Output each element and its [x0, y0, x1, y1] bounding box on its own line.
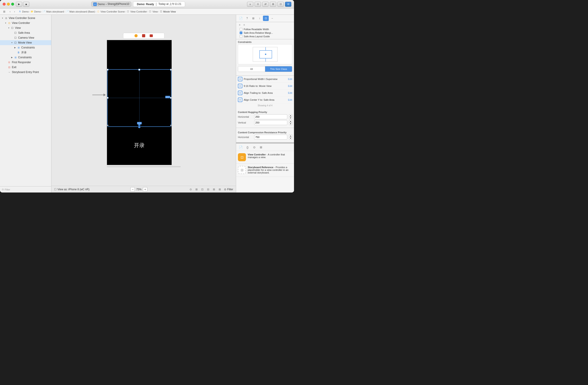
view-as-icon: ☐ [54, 188, 57, 191]
plus-btn-1[interactable]: + [238, 23, 241, 27]
canvas-filter-label[interactable]: Filter [227, 188, 233, 191]
entry-point-label: Storyboard Entry Point [12, 71, 39, 74]
safe-area-margins-checkbox[interactable] [240, 32, 242, 34]
tree-vc[interactable]: ▾ ⊡ View Controller [0, 20, 51, 25]
breadcrumb-vc-scene[interactable]: ⬡ View Controller Scene [97, 10, 125, 13]
bottom-tab-file[interactable]: 📄 [238, 144, 244, 150]
hugging-h-select[interactable]: 250 [254, 114, 287, 119]
tree-camera-view[interactable]: ☐ Camera View [0, 35, 51, 40]
constraint-edit-1[interactable]: Edit [288, 78, 292, 80]
follow-readable-label: Follow Readable Width [244, 28, 269, 31]
grid-button[interactable]: ⊞ [2, 9, 7, 14]
tree-constraints-movie[interactable]: ▶ ⊞ Constraints [0, 45, 51, 50]
movie-view-selection[interactable]: 16:9 9:16 [107, 69, 171, 126]
canvas-content[interactable]: 16:9 9:16 开录 [51, 15, 236, 186]
scheme-name: Demo [98, 3, 105, 6]
tree-exit[interactable]: ⊡ Exit [0, 65, 51, 70]
tree-constraints-view[interactable]: ▶ ⊞ Constraints [0, 55, 51, 60]
constraint-edit-4[interactable]: Edit [288, 98, 292, 101]
canvas-icon-6[interactable]: ⊞ [217, 187, 222, 192]
canvas-icon-5[interactable]: ⊞ [211, 187, 216, 192]
hugging-h-label: Horizontal [238, 116, 252, 118]
nav-forward[interactable]: › [13, 10, 17, 14]
breadcrumb-main-storyboard[interactable]: 📄 Main.storyboard [42, 10, 64, 13]
constraint-edit-3[interactable]: Edit [288, 92, 292, 94]
scheme-selector[interactable]: A Demo › Sheng的iPhone10 [91, 1, 131, 7]
canvas-icon-3[interactable]: ⊡ [200, 187, 205, 192]
constraint-tab-size-class[interactable]: This Size Class [265, 66, 292, 72]
horizontal-scrollbar[interactable] [107, 166, 181, 167]
plus-btn-2[interactable]: + [242, 23, 246, 27]
bottom-tab-grid[interactable]: ⊞ [258, 144, 264, 150]
connections-tab[interactable]: → [269, 16, 275, 21]
tree-safe-area[interactable]: ☐ Safe Area [0, 30, 51, 35]
compression-h-down[interactable]: ▼ [289, 137, 292, 140]
safe-area-layout-checkbox[interactable] [240, 35, 242, 38]
breadcrumb-movie-view[interactable]: ☐ Movie View [159, 10, 176, 13]
hugging-h-up[interactable]: ▲ [289, 114, 292, 117]
quick-help-tab[interactable]: ? [244, 16, 250, 21]
canvas-icon-1[interactable]: ⊙ [188, 187, 193, 192]
bottom-inspector: 📄 {} ⊙ ⊞ ⊡ View Controller - A controlle… [236, 143, 294, 192]
vc-scene-label: View Controller Scene [9, 17, 35, 20]
disclosure-vc-scene: ▾ [1, 17, 4, 20]
breadcrumb-demo-folder[interactable]: 📁 Demo [30, 10, 41, 13]
fullscreen-button[interactable] [11, 3, 14, 6]
zoom-out-button[interactable]: − [130, 187, 135, 192]
tree-vc-scene[interactable]: ▾ ⊞ View Controller Scene [0, 16, 51, 20]
canvas-icon-4[interactable]: ⊟ [206, 187, 210, 192]
breadcrumb-main-base[interactable]: 📄 Main.storyboard (Base) [66, 10, 95, 13]
handle-tl [107, 69, 108, 71]
nav-back[interactable]: ‹ [8, 10, 12, 14]
follow-readable-checkbox[interactable] [240, 28, 242, 31]
constraint-edit-2[interactable]: Edit [288, 85, 292, 87]
stop-button[interactable]: ■ [23, 2, 29, 7]
run-button[interactable]: ▶ [16, 2, 22, 7]
file-inspector-tab[interactable]: 📄 [238, 16, 244, 21]
warnings-btn[interactable]: ⊙ [255, 2, 261, 7]
standard-editor-btn[interactable]: ⊞ [270, 2, 276, 7]
zoom-in-button[interactable]: + [143, 187, 147, 192]
tree-view[interactable]: ▾ ☐ View [0, 25, 51, 30]
sr-help-title: Storyboard Reference - Provides a placeh… [248, 166, 292, 174]
tree-kai-lu[interactable]: B 开录 [0, 50, 51, 55]
bottom-tab-attributes[interactable]: ⊙ [251, 144, 257, 150]
assistant-editor-btn[interactable]: ⊡ [277, 2, 284, 7]
breadcrumb-demo[interactable]: A Demo [18, 10, 29, 13]
canvas-bottom-bar: ☐ View as: iPhone 8 (wC nR) − 75% + ⊙ ⊞ … [51, 186, 236, 192]
view-as-container: ☐ View as: iPhone 8 (wC nR) [54, 188, 89, 191]
breakpoints-btn[interactable]: ⇄ [262, 2, 269, 7]
vc-help-text: View Controller - A controller that mana… [248, 153, 292, 159]
disclosure-camera [10, 36, 13, 39]
size-tab[interactable]: ⊡ [263, 16, 269, 21]
hugging-h-down[interactable]: ▼ [289, 117, 292, 119]
tree-first-responder[interactable]: ① First Responder [0, 60, 51, 65]
constraint-row-1: ⊞ Proportional Width t Superview Edit [236, 76, 294, 83]
handle-tm [138, 69, 140, 71]
close-button[interactable] [3, 3, 6, 6]
scene-icon: ⬡ [97, 10, 100, 13]
attributes-tab[interactable]: ↕ [257, 16, 262, 21]
bottom-tab-code[interactable]: {} [245, 144, 251, 150]
canvas-icon-2[interactable]: ⊞ [194, 187, 199, 192]
breadcrumb-sep-5: › [125, 10, 126, 13]
view-as-text: View as: iPhone 8 (wC nR) [58, 188, 89, 191]
tree-entry-point[interactable]: → Storyboard Entry Point [0, 70, 51, 75]
disclosure-entry [4, 71, 7, 74]
hugging-v-up[interactable]: ▲ [289, 120, 292, 123]
breadcrumb-vc[interactable]: ☐ View Controller [126, 10, 147, 13]
minimize-button[interactable] [7, 3, 10, 6]
navigator-toggle[interactable]: ≡ [247, 2, 253, 7]
breadcrumb-view[interactable]: ☐ View [149, 10, 158, 13]
version-editor-btn[interactable]: ⊟ [285, 2, 291, 7]
filter-icon-canvas: ⊙ [224, 188, 226, 191]
compression-h-up[interactable]: ▲ [289, 135, 292, 137]
compression-h-select[interactable]: 750 [254, 135, 287, 140]
identity-tab[interactable]: ⊞ [251, 16, 256, 21]
tree-movie-view[interactable]: ▾ ☐ Movie View [0, 40, 51, 45]
hugging-v-select[interactable]: 250 [254, 120, 287, 125]
hugging-v-down[interactable]: ▼ [289, 123, 292, 125]
filter-placeholder[interactable]: Filter [5, 188, 10, 191]
vc-icon: ☐ [126, 10, 130, 13]
constraint-tab-all[interactable]: All [238, 66, 265, 72]
